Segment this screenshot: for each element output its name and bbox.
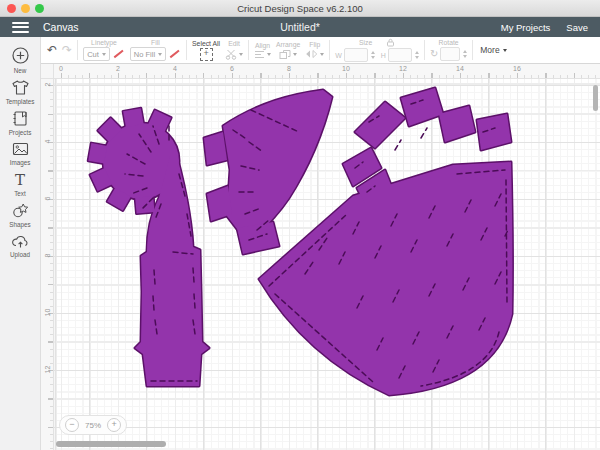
vertical-ruler: 24681012 (41, 78, 54, 450)
window-titlebar: Cricut Design Space v6.2.100 (0, 0, 600, 17)
menu-hamburger-icon[interactable] (12, 22, 29, 33)
window-title: Cricut Design Space v6.2.100 (0, 3, 600, 14)
sidebar-item-templates[interactable]: Templates (0, 79, 40, 105)
more-button[interactable]: More (480, 45, 506, 55)
v-ruler-label: 10 (44, 307, 51, 319)
sidebar-item-images[interactable]: Images (0, 141, 40, 166)
horizontal-ruler: 0246810121416 (53, 64, 600, 79)
flip-label: Flip (309, 41, 320, 48)
chevron-down-icon (102, 53, 106, 56)
new-plus-icon (11, 46, 30, 65)
width-label: W (335, 52, 342, 59)
width-input[interactable] (344, 48, 368, 62)
h-ruler-label: 10 (342, 65, 350, 72)
h-ruler-label: 2 (116, 65, 120, 72)
edit-group: Edit (225, 40, 243, 60)
rotate-group: Rotate ↻ (430, 39, 467, 61)
zoom-level: 75% (85, 421, 101, 430)
star-shape-icon (11, 202, 30, 219)
v-ruler-label: 2 (44, 79, 51, 91)
stem-shape[interactable] (88, 108, 209, 386)
ruler-corner (41, 64, 54, 79)
v-ruler-label: 12 (44, 364, 51, 376)
save-button[interactable]: Save (566, 22, 588, 33)
v-ruler-label: 4 (44, 136, 51, 148)
height-label: H (381, 52, 386, 59)
h-ruler-label: 8 (287, 65, 291, 72)
rotate-stepper[interactable] (463, 50, 467, 58)
zoom-out-button[interactable]: − (65, 418, 79, 432)
chevron-down-icon (320, 53, 324, 56)
linetype-label: Linetype (91, 39, 117, 46)
edit-toolbar: ↶ ↷ Linetype Cut Fill (41, 37, 600, 64)
linetype-color-swatch[interactable] (112, 48, 125, 60)
rotate-icon[interactable]: ↻ (430, 49, 438, 59)
letter-t-icon: T (11, 171, 29, 188)
width-stepper[interactable] (371, 51, 375, 59)
small-petal-shape[interactable] (204, 90, 332, 254)
design-sidebar: New Templates Projects (0, 37, 41, 450)
chevron-down-icon (267, 53, 271, 56)
picture-icon (11, 141, 30, 157)
app-header: Canvas Untitled* My Projects Save (0, 17, 600, 37)
fill-label: Fill (151, 39, 160, 46)
flip-group: Flip (305, 41, 324, 59)
h-ruler-label: 12 (399, 65, 407, 72)
sidebar-item-projects[interactable]: Projects (0, 110, 40, 136)
h-ruler-label: 16 (513, 65, 521, 72)
chevron-down-icon (239, 53, 243, 56)
v-ruler-label: 8 (44, 250, 51, 262)
align-group: Align (254, 42, 271, 59)
arrange-group: Arrange (276, 41, 300, 60)
chevron-down-icon (503, 49, 507, 52)
select-all-label: Select All (192, 40, 220, 47)
arrange-layers-icon[interactable] (279, 49, 291, 60)
sidebar-item-shapes[interactable]: Shapes (0, 202, 40, 228)
vertical-scrollbar[interactable] (593, 85, 598, 111)
align-label: Align (255, 42, 270, 49)
redo-icon[interactable]: ↷ (62, 44, 72, 56)
zoom-control: − 75% + (59, 415, 127, 435)
scissors-icon[interactable] (225, 48, 237, 60)
align-lines-icon[interactable] (254, 50, 265, 59)
chevron-down-icon (158, 53, 162, 56)
size-label: Size (359, 39, 372, 46)
chevron-down-icon (293, 53, 297, 56)
select-all-icon[interactable] (200, 48, 213, 61)
height-stepper[interactable] (415, 51, 419, 59)
canvas-label: Canvas (43, 21, 79, 33)
horizontal-scrollbar[interactable] (56, 441, 166, 447)
select-all-group[interactable]: Select All (192, 40, 220, 61)
edit-label: Edit (228, 40, 240, 47)
h-ruler-label: 14 (456, 65, 464, 72)
linetype-group: Linetype Cut (83, 39, 125, 61)
h-ruler-label: 6 (230, 65, 234, 72)
fill-color-swatch[interactable] (168, 48, 181, 60)
rotate-input[interactable] (440, 47, 460, 61)
notebook-icon (11, 110, 29, 127)
height-input[interactable] (388, 48, 412, 62)
undo-icon[interactable]: ↶ (47, 44, 57, 56)
sidebar-item-text[interactable]: T Text (0, 171, 40, 197)
canvas-area[interactable]: 0246810121416 24681012 (41, 64, 600, 450)
sidebar-item-new[interactable]: New (0, 46, 40, 74)
svg-text:T: T (15, 171, 25, 188)
size-group: Size W H (335, 38, 419, 62)
tshirt-icon (11, 79, 30, 96)
my-projects-link[interactable]: My Projects (501, 22, 551, 33)
rotate-label: Rotate (439, 39, 459, 46)
cloud-upload-icon (11, 233, 30, 249)
linetype-dropdown[interactable]: Cut (83, 47, 110, 61)
zoom-in-button[interactable]: + (107, 418, 121, 432)
arrange-label: Arrange (276, 41, 300, 48)
v-ruler-label: 6 (44, 193, 51, 205)
fill-group: Fill No Fill (130, 39, 181, 61)
lock-icon[interactable] (386, 38, 395, 47)
h-ruler-label: 0 (59, 65, 63, 72)
flip-icon[interactable] (305, 49, 318, 59)
fill-dropdown[interactable]: No Fill (130, 47, 166, 61)
h-ruler-label: 4 (173, 65, 177, 72)
sidebar-item-upload[interactable]: Upload (0, 233, 40, 258)
design-shapes-layer[interactable] (41, 64, 600, 450)
cricut-design-space-window: Cricut Design Space v6.2.100 Canvas Unti… (0, 0, 600, 450)
